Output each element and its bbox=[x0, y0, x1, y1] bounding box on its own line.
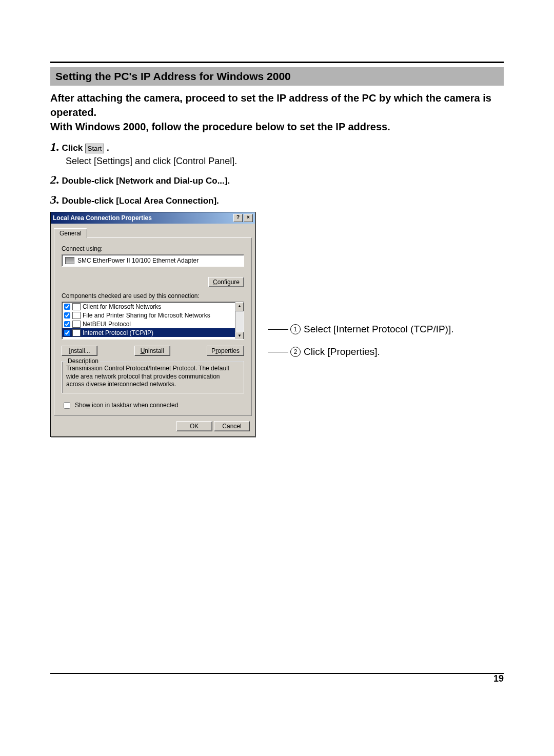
callout-1-text: Select [Internet Protocol (TCP/IP)]. bbox=[304, 324, 454, 335]
tcpip-icon bbox=[72, 329, 81, 336]
component-fileprint[interactable]: File and Printer Sharing for Microsoft N… bbox=[62, 311, 244, 320]
uninstall-button[interactable]: Uninstall bbox=[134, 346, 170, 356]
component-client-label: Client for Microsoft Networks bbox=[83, 303, 161, 310]
install-uninstall-properties-row: Install... Uninstall Properties bbox=[62, 346, 244, 356]
step-1-click-prefix: Click bbox=[62, 143, 85, 153]
bottom-rule bbox=[50, 673, 504, 674]
step-2-number: 2. bbox=[50, 173, 60, 186]
step-1-click-suffix: . bbox=[104, 143, 109, 153]
configure-label-rest: onfigure bbox=[217, 278, 240, 286]
ok-button[interactable]: OK bbox=[176, 421, 212, 431]
callout-2: 2 Click [Properties]. bbox=[268, 346, 454, 357]
component-client-checkbox[interactable] bbox=[64, 304, 70, 310]
callout-1-leader bbox=[268, 329, 288, 330]
scroll-up-icon[interactable]: ▲ bbox=[235, 302, 244, 311]
general-panel: Connect using: SMC EtherPower II 10/100 … bbox=[54, 237, 252, 416]
dialog-and-callouts: Local Area Connection Properties ? × Gen… bbox=[50, 212, 504, 437]
configure-button[interactable]: Configure bbox=[208, 277, 244, 287]
titlebar-buttons: ? × bbox=[233, 214, 253, 222]
general-tab[interactable]: General bbox=[54, 228, 87, 238]
start-button-label: Start bbox=[88, 145, 102, 152]
component-tcpip[interactable]: Internet Protocol (TCP/IP) bbox=[62, 328, 244, 337]
page-number: 19 bbox=[493, 673, 504, 684]
component-fileprint-checkbox[interactable] bbox=[64, 312, 70, 319]
fileprint-icon bbox=[72, 312, 81, 319]
step-1-body: Select [Settings] and click [Control Pan… bbox=[66, 156, 504, 167]
show-icon-row: Show icon in taskbar when connected bbox=[62, 401, 244, 410]
description-group: Description Transmission Control Protoco… bbox=[62, 361, 244, 393]
step-2-text: Double-click [Network and Dial-up Co...]… bbox=[62, 176, 230, 186]
component-tcpip-checkbox[interactable] bbox=[64, 330, 70, 336]
callouts: 1 Select [Internet Protocol (TCP/IP)]. 2… bbox=[255, 212, 454, 369]
configure-row: Configure bbox=[62, 277, 244, 287]
component-fileprint-label: File and Printer Sharing for Microsoft N… bbox=[83, 312, 210, 319]
cancel-button[interactable]: Cancel bbox=[214, 421, 250, 431]
step-3-number: 3. bbox=[50, 193, 60, 206]
top-rule bbox=[50, 62, 504, 63]
show-icon-checkbox[interactable] bbox=[64, 402, 70, 409]
close-button[interactable]: × bbox=[244, 214, 253, 222]
show-icon-label: Show icon in taskbar when connected bbox=[75, 402, 178, 409]
netbeui-icon bbox=[72, 321, 81, 328]
intro-paragraph: After attaching the camera, proceed to s… bbox=[50, 91, 504, 134]
intro-line-1: After attaching the camera, proceed to s… bbox=[50, 92, 491, 118]
adapter-icon bbox=[65, 257, 74, 264]
properties-button[interactable]: Properties bbox=[207, 346, 244, 356]
step-3: 3. Double-click [Local Area Connection]. bbox=[50, 193, 504, 207]
client-icon bbox=[72, 303, 81, 310]
step-2: 2. Double-click [Network and Dial-up Co.… bbox=[50, 173, 504, 187]
adapter-field: SMC EtherPower II 10/100 Ethernet Adapte… bbox=[62, 254, 244, 267]
callout-2-number-icon: 2 bbox=[290, 347, 301, 357]
tab-row: General bbox=[51, 224, 255, 237]
section-heading: Setting the PC's IP Address for Windows … bbox=[50, 67, 504, 86]
help-button[interactable]: ? bbox=[233, 214, 243, 222]
callout-2-text: Click [Properties]. bbox=[304, 346, 380, 357]
callout-2-leader bbox=[268, 352, 288, 352]
component-netbeui-checkbox[interactable] bbox=[64, 321, 70, 327]
dialog-titlebar: Local Area Connection Properties ? × bbox=[51, 212, 255, 224]
lac-properties-dialog: Local Area Connection Properties ? × Gen… bbox=[50, 212, 255, 437]
scroll-down-icon[interactable]: ▼ bbox=[235, 332, 244, 340]
page: Setting the PC's IP Address for Windows … bbox=[0, 0, 554, 705]
scroll-track[interactable] bbox=[235, 311, 244, 332]
description-text: Transmission Control Protocol/Internet P… bbox=[66, 365, 240, 389]
listbox-scrollbar[interactable]: ▲ ▼ bbox=[235, 302, 244, 339]
step-1: 1. Click Start . Select [Settings] and c… bbox=[50, 140, 504, 167]
install-button[interactable]: Install... bbox=[62, 346, 97, 356]
callout-1-number-icon: 1 bbox=[290, 324, 301, 334]
intro-line-2: With Windows 2000, follow the procedure … bbox=[50, 121, 390, 132]
dialog-bottom-buttons: OK Cancel bbox=[51, 419, 255, 436]
component-client[interactable]: Client for Microsoft Networks bbox=[62, 302, 244, 311]
adapter-name: SMC EtherPower II 10/100 Ethernet Adapte… bbox=[77, 257, 199, 264]
component-netbeui[interactable]: NetBEUI Protocol bbox=[62, 320, 244, 328]
step-3-text: Double-click [Local Area Connection]. bbox=[62, 196, 219, 206]
start-button-graphic: Start bbox=[85, 144, 104, 153]
component-tcpip-label: Internet Protocol (TCP/IP) bbox=[83, 329, 153, 336]
connect-using-label: Connect using: bbox=[62, 245, 244, 252]
component-netbeui-label: NetBEUI Protocol bbox=[83, 321, 131, 328]
step-1-number: 1. bbox=[50, 140, 60, 153]
callout-1: 1 Select [Internet Protocol (TCP/IP)]. bbox=[268, 324, 454, 335]
components-label: Components checked are used by this conn… bbox=[62, 292, 244, 300]
description-legend: Description bbox=[66, 357, 100, 365]
dialog-title: Local Area Connection Properties bbox=[53, 214, 152, 222]
components-listbox[interactable]: Client for Microsoft Networks File and P… bbox=[62, 302, 244, 340]
